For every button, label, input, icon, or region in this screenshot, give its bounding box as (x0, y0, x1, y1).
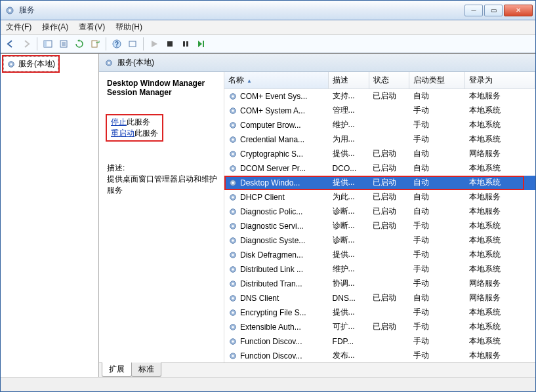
gear-icon (228, 279, 237, 288)
toolbar-extra-button[interactable] (125, 37, 140, 51)
service-row[interactable]: DCOM Server Pr...DCO...已启动自动本地系统 (224, 161, 535, 176)
service-desc: 诊断... (329, 205, 369, 219)
help-button[interactable]: ? (110, 37, 124, 51)
service-name: Function Discov... (240, 337, 302, 346)
service-desc: 诊断... (329, 219, 369, 233)
title-bar[interactable]: 服务 ─ ▭ ✕ (1, 1, 535, 20)
service-status: 已启动 (369, 147, 409, 161)
gear-icon (7, 60, 16, 69)
services-app-icon (5, 5, 15, 16)
service-row[interactable]: COM+ System A...管理...手动本地系统 (224, 104, 535, 118)
service-desc: 为此... (329, 190, 369, 205)
stop-service-link[interactable]: 停止 (111, 117, 127, 127)
restart-service-link[interactable]: 重启动 (111, 128, 134, 138)
service-status (369, 132, 409, 147)
service-logon: 本地系统 (465, 320, 535, 334)
service-row[interactable]: Encrypting File S...提供...手动本地系统 (224, 305, 535, 320)
service-row[interactable]: Diagnostic Servi...诊断...已启动手动本地系统 (224, 219, 535, 233)
column-logon[interactable]: 登录为 (465, 72, 535, 89)
service-desc: 提供... (329, 176, 369, 190)
svg-point-23 (232, 109, 234, 112)
service-startup: 自动 (409, 161, 465, 176)
svg-point-43 (232, 254, 234, 256)
toolbar: ? (1, 35, 535, 53)
properties-button[interactable] (56, 37, 71, 51)
svg-point-57 (232, 355, 234, 357)
service-logon: 网络服务 (465, 291, 535, 305)
svg-rect-3 (44, 41, 47, 47)
pause-service-button[interactable] (178, 37, 193, 51)
menu-file[interactable]: 文件(F) (1, 20, 37, 34)
show-hide-tree-button[interactable] (41, 37, 55, 51)
stop-service-button[interactable] (163, 37, 177, 51)
svg-rect-11 (129, 41, 136, 47)
tab-extended[interactable]: 扩展 (102, 363, 132, 377)
service-status (369, 349, 409, 363)
svg-point-33 (232, 182, 234, 184)
service-logon: 本地系统 (465, 161, 535, 176)
service-name: COM+ System A... (240, 106, 305, 115)
service-row[interactable]: Extensible Auth...可扩...已启动手动本地系统 (224, 320, 535, 334)
service-row[interactable]: Function Discov...发布...手动本地服务 (224, 349, 535, 363)
close-button[interactable]: ✕ (504, 5, 533, 16)
svg-rect-8 (92, 41, 97, 47)
service-logon: 本地服务 (465, 190, 535, 205)
service-startup: 自动 (409, 147, 465, 161)
column-description[interactable]: 描述 (329, 72, 369, 89)
menu-bar: 文件(F) 操作(A) 查看(V) 帮助(H) (1, 20, 535, 35)
forward-button[interactable] (19, 37, 33, 51)
service-row[interactable]: COM+ Event Sys...支持...已启动自动本地服务 (224, 89, 535, 104)
back-button[interactable] (3, 37, 18, 51)
refresh-button[interactable] (72, 37, 87, 51)
service-name: DHCP Client (240, 193, 285, 202)
start-service-button[interactable] (147, 37, 161, 51)
tree-item-services-local[interactable]: 服务(本地) (3, 56, 58, 71)
export-list-button[interactable] (88, 37, 102, 51)
svg-point-31 (232, 167, 234, 170)
column-name[interactable]: 名称▲ (224, 72, 329, 89)
service-row[interactable]: Distributed Link ...维护...手动本地系统 (224, 262, 535, 277)
service-startup: 手动 (409, 349, 465, 363)
gear-icon (228, 308, 237, 317)
service-row[interactable]: Credential Mana...为用...手动本地系统 (224, 132, 535, 147)
service-row[interactable]: DNS ClientDNS...已启动自动网络服务 (224, 291, 535, 305)
separator (143, 37, 144, 50)
window-title: 服务 (19, 5, 464, 16)
gear-icon (228, 265, 237, 274)
menu-view[interactable]: 查看(V) (73, 20, 110, 34)
column-startup[interactable]: 启动类型 (409, 72, 465, 89)
service-scroll[interactable]: 名称▲ 描述 状态 启动类型 登录为 COM+ Event Sys...支持..… (224, 72, 535, 363)
service-startup: 手动 (409, 334, 465, 349)
service-row[interactable]: Desktop Windo...提供...已启动自动本地系统 (224, 176, 535, 190)
service-row[interactable]: Function Discov...FDP...手动本地系统 (224, 334, 535, 349)
gear-icon (228, 178, 237, 187)
gear-icon (228, 106, 237, 115)
menu-action[interactable]: 操作(A) (37, 20, 73, 34)
tree-pane[interactable]: 服务(本地) (1, 54, 99, 377)
column-status[interactable]: 状态 (369, 72, 409, 89)
service-logon: 本地系统 (465, 104, 535, 118)
gear-icon (228, 92, 237, 101)
service-desc: 维护... (329, 118, 369, 132)
service-row[interactable]: Computer Brow...维护...手动本地系统 (224, 118, 535, 132)
service-name: DCOM Server Pr... (240, 164, 306, 173)
minimize-button[interactable]: ─ (464, 5, 483, 16)
restart-service-button[interactable] (194, 37, 209, 51)
service-status: 已启动 (369, 219, 409, 233)
service-row[interactable]: Cryptographic S...提供...已启动自动网络服务 (224, 147, 535, 161)
tab-standard[interactable]: 标准 (131, 363, 161, 377)
service-row[interactable]: Disk Defragmen...提供...手动本地系统 (224, 248, 535, 262)
service-row[interactable]: Diagnostic Syste...诊断...手动本地系统 (224, 233, 535, 248)
menu-help[interactable]: 帮助(H) (110, 20, 148, 34)
service-startup: 手动 (409, 118, 465, 132)
svg-rect-14 (186, 41, 188, 47)
service-row[interactable]: Distributed Tran...协调...手动网络服务 (224, 277, 535, 291)
service-row[interactable]: DHCP Client为此...已启动自动本地服务 (224, 190, 535, 205)
service-desc: 提供... (329, 248, 369, 262)
service-row[interactable]: Diagnostic Polic...诊断...已启动自动本地服务 (224, 205, 535, 219)
svg-point-27 (232, 138, 234, 141)
service-status (369, 104, 409, 118)
service-name: Encrypting File S... (240, 308, 306, 317)
tab-strip: 扩展 标准 (99, 363, 535, 377)
maximize-button[interactable]: ▭ (484, 5, 503, 16)
